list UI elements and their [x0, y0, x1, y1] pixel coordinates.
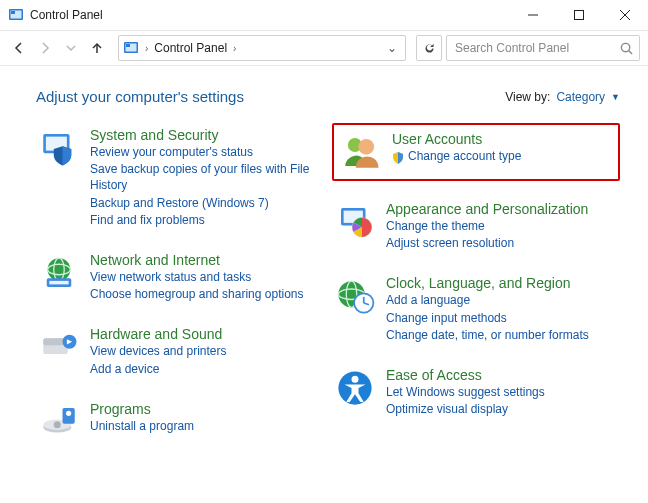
category-hardware-sound: Hardware and Sound View devices and prin…: [36, 322, 324, 380]
forward-button[interactable]: [34, 37, 56, 59]
recent-locations-button[interactable]: [60, 37, 82, 59]
svg-rect-10: [126, 44, 130, 47]
category-title[interactable]: Network and Internet: [90, 252, 303, 268]
svg-point-25: [54, 421, 61, 428]
address-bar[interactable]: › Control Panel › ⌄: [118, 35, 406, 61]
svg-rect-4: [575, 11, 584, 20]
category-column-right: User Accounts Change account type Appear…: [332, 123, 620, 463]
content: Adjust your computer's settings View by:…: [0, 66, 648, 483]
category-column-left: System and Security Review your computer…: [36, 123, 324, 463]
chevron-down-icon[interactable]: ▼: [611, 92, 620, 102]
category-link-label: Change account type: [408, 148, 521, 164]
search-icon: [620, 42, 633, 55]
category-link[interactable]: Choose homegroup and sharing options: [90, 286, 303, 302]
breadcrumb-root[interactable]: Control Panel: [154, 41, 227, 55]
category-title[interactable]: Programs: [90, 401, 194, 417]
svg-line-12: [629, 50, 632, 53]
category-ease-of-access: Ease of Access Let Windows suggest setti…: [332, 363, 620, 421]
category-link[interactable]: Let Windows suggest settings: [386, 384, 545, 400]
control-panel-icon: [8, 7, 24, 23]
page-heading: Adjust your computer's settings: [36, 88, 244, 105]
category-clock-language-region: Clock, Language, and Region Add a langua…: [332, 271, 620, 347]
category-link[interactable]: Save backup copies of your files with Fi…: [90, 161, 322, 193]
category-network-internet: Network and Internet View network status…: [36, 248, 324, 306]
minimize-button[interactable]: [510, 0, 556, 30]
category-link[interactable]: Change input methods: [386, 310, 589, 326]
category-link[interactable]: Uninstall a program: [90, 418, 194, 434]
category-system-security: System and Security Review your computer…: [36, 123, 324, 232]
close-button[interactable]: [602, 0, 648, 30]
category-link[interactable]: Change the theme: [386, 218, 588, 234]
content-header: Adjust your computer's settings View by:…: [36, 88, 620, 105]
user-accounts-icon: [340, 131, 382, 173]
category-link[interactable]: Adjust screen resolution: [386, 235, 588, 251]
view-by-label: View by:: [505, 90, 550, 104]
category-programs: Programs Uninstall a program: [36, 397, 324, 447]
category-user-accounts: User Accounts Change account type: [332, 123, 620, 181]
category-title[interactable]: Appearance and Personalization: [386, 201, 588, 217]
category-appearance-personalization: Appearance and Personalization Change th…: [332, 197, 620, 255]
system-security-icon: [38, 127, 80, 169]
category-link[interactable]: View devices and printers: [90, 343, 227, 359]
category-link[interactable]: Change account type: [392, 148, 521, 164]
view-by-value[interactable]: Category: [556, 90, 605, 104]
svg-point-40: [352, 376, 359, 383]
category-link[interactable]: View network status and tasks: [90, 269, 303, 285]
ease-of-access-icon: [334, 367, 376, 409]
clock-language-region-icon: [334, 275, 376, 317]
svg-point-15: [48, 258, 71, 281]
svg-point-27: [66, 410, 71, 415]
category-link[interactable]: Change date, time, or number formats: [386, 327, 589, 343]
up-button[interactable]: [86, 37, 108, 59]
address-dropdown-button[interactable]: ⌄: [383, 41, 401, 55]
titlebar: Control Panel: [0, 0, 648, 31]
uac-shield-icon: [392, 152, 404, 164]
network-internet-icon: [38, 252, 80, 294]
category-link[interactable]: Optimize visual display: [386, 401, 545, 417]
category-link[interactable]: Backup and Restore (Windows 7): [90, 195, 322, 211]
category-link[interactable]: Review your computer's status: [90, 144, 322, 160]
category-link[interactable]: Add a device: [90, 361, 227, 377]
hardware-sound-icon: [38, 326, 80, 368]
appearance-personalization-icon: [334, 201, 376, 243]
category-title[interactable]: Hardware and Sound: [90, 326, 227, 342]
breadcrumb-separator: ›: [233, 43, 236, 54]
svg-rect-2: [11, 11, 15, 14]
category-link[interactable]: Find and fix problems: [90, 212, 322, 228]
category-title[interactable]: Ease of Access: [386, 367, 545, 383]
svg-point-11: [621, 43, 629, 51]
category-title[interactable]: System and Security: [90, 127, 322, 143]
back-button[interactable]: [8, 37, 30, 59]
maximize-button[interactable]: [556, 0, 602, 30]
category-link[interactable]: Add a language: [386, 292, 589, 308]
refresh-button[interactable]: [416, 35, 442, 61]
control-panel-icon: [123, 40, 139, 56]
breadcrumb-separator: ›: [145, 43, 148, 54]
category-title[interactable]: Clock, Language, and Region: [386, 275, 589, 291]
search-box[interactable]: [446, 35, 640, 61]
category-title[interactable]: User Accounts: [392, 131, 521, 147]
view-by: View by: Category ▼: [505, 90, 620, 104]
toolbar: › Control Panel › ⌄: [0, 31, 648, 66]
programs-icon: [38, 401, 80, 443]
svg-point-29: [358, 139, 374, 155]
search-input[interactable]: [453, 40, 614, 56]
svg-rect-19: [49, 281, 68, 285]
window-title: Control Panel: [30, 8, 103, 22]
